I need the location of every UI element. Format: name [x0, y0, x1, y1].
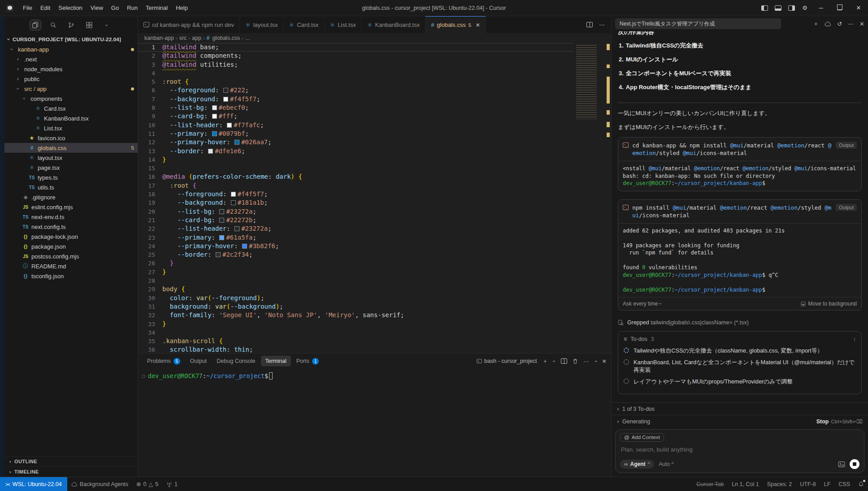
code-line-6[interactable]: 6 --foreground: #222; — [138, 86, 573, 95]
tree-item-src-app[interactable]: ›src / app — [4, 84, 138, 94]
code-line-32[interactable]: 32 font-family: 'Segoe UI', 'Noto Sans J… — [138, 311, 573, 319]
chat-close-icon[interactable]: ✕ — [859, 21, 864, 27]
code-line-11[interactable]: 11 --primary: #0079bf; — [138, 129, 573, 138]
cursor-tab-item[interactable]: Cursor Tab — [692, 477, 728, 491]
terminal-instance[interactable]: bash - cursor_project — [477, 358, 537, 364]
tree-item-node-modules[interactable]: ›node_modules — [4, 64, 138, 74]
output-badge[interactable]: Output — [836, 204, 857, 211]
menu-file[interactable]: File — [19, 2, 36, 14]
new-terminal-icon[interactable]: ＋ — [542, 357, 548, 365]
tree-item-next.config.ts[interactable]: TSnext.config.ts — [4, 222, 138, 232]
chat-more-icon[interactable]: ⋯ — [848, 21, 854, 27]
code-line-24[interactable]: 24 --primary-hover: #3b82f6; — [138, 242, 573, 250]
explorer-root[interactable]: › CURSOR_PROJECT [WSL: UBUNTU-22.04] — [4, 34, 138, 44]
code-line-7[interactable]: 7 --background: #f4f5f7; — [138, 95, 573, 103]
tree-item-readme.md[interactable]: ⓘREADME.md — [4, 261, 138, 271]
extensions-icon[interactable] — [83, 20, 95, 30]
tree-item-components[interactable]: ›components — [4, 94, 138, 103]
code-line-30[interactable]: 30 color: var(--foreground); — [138, 294, 573, 302]
code-line-4[interactable]: 4 — [138, 69, 573, 78]
menu-view[interactable]: View — [87, 2, 107, 14]
source-control-icon[interactable] — [65, 20, 77, 30]
tree-item-kanbanboard.tsx[interactable]: ⚛KanbanBoard.tsx — [4, 113, 138, 123]
code-line-35[interactable]: 35.kanban-scroll { — [138, 337, 573, 345]
chat-input-placeholder[interactable]: Plan, search, build anything — [621, 446, 859, 453]
code-line-18[interactable]: 18 --foreground: #f4f5f7; — [138, 190, 573, 198]
attach-image-icon[interactable] — [838, 461, 845, 467]
tab-cd-kanban-app-npm-run-dev[interactable]: ›_cd kanban-app && npm run dev — [138, 16, 240, 33]
search-icon[interactable] — [48, 20, 59, 30]
todo-item[interactable]: レイアウトやテーマもMUIのprops/ThemeProviderのみで調整 — [624, 378, 856, 385]
tree-item-globals.css[interactable]: #globals.css5 — [4, 143, 138, 153]
toggle-panel-icon[interactable] — [771, 2, 785, 14]
tree-item-package-lock.json[interactable]: {}package-lock.json — [4, 232, 138, 241]
tree-item-utils.ts[interactable]: TSutils.ts — [4, 182, 138, 192]
code-line-17[interactable]: 17 :root { — [138, 181, 573, 190]
language-item[interactable]: CSS — [834, 477, 854, 491]
timeline-section[interactable]: › TIMELINE — [4, 466, 138, 477]
remote-indicator[interactable]: >< WSL: Ubuntu-22.04 — [0, 477, 67, 491]
move-to-background-button[interactable]: Move to background — [801, 301, 857, 307]
tree-item-tsconfig.json[interactable]: {}tsconfig.json — [4, 271, 138, 281]
ask-every-time-dropdown[interactable]: Ask every time › — [623, 301, 662, 307]
tab-kanbanboard.tsx[interactable]: ⚛KanbanBoard.tsx — [362, 16, 425, 33]
chat-input-box[interactable]: @ Add Context Plan, search, build anythi… — [615, 429, 864, 473]
code-line-12[interactable]: 12 --primary-hover: #026aa7; — [138, 138, 573, 146]
menu-terminal[interactable]: Terminal — [142, 2, 172, 14]
menu-run[interactable]: Run — [123, 2, 142, 14]
todos-collapse-icon[interactable]: ↕ — [853, 336, 856, 342]
tree-item-kanban-app[interactable]: ›kanban-app — [4, 44, 138, 54]
toggle-sidebar-icon[interactable] — [758, 2, 771, 14]
tree-item-.next[interactable]: ›.next — [4, 54, 138, 64]
code-line-5[interactable]: 5:root { — [138, 78, 573, 86]
output-badge[interactable]: Output — [836, 142, 857, 149]
cloud-icon[interactable] — [825, 22, 831, 26]
more-actions-icon[interactable]: ⋯ — [599, 22, 605, 28]
code-line-26[interactable]: 26 } — [138, 259, 573, 267]
menu-selection[interactable]: Selection — [54, 2, 86, 14]
generating-row[interactable]: ›Generating StopCtrl+Shift+⌫ — [612, 415, 868, 427]
breadcrumb-item[interactable]: kanban-app — [144, 35, 174, 41]
terminal-dropdown-icon[interactable]: › — [551, 360, 558, 362]
code-line-16[interactable]: 16@media (prefers-color-scheme: dark) { — [138, 172, 573, 181]
grepped-row[interactable]: Grepped tailwind|globals\.css|className=… — [618, 319, 862, 326]
settings-gear-icon[interactable]: ⚙ — [798, 2, 812, 14]
breadcrumb-item[interactable]: globals.css — [213, 35, 240, 41]
code-line-3[interactable]: 3@tailwind utilities; — [138, 60, 573, 69]
code-line-1[interactable]: 1@tailwind base; — [138, 43, 573, 52]
panel-more-icon[interactable]: ⋯ — [583, 358, 589, 365]
tree-item-eslint.config.mjs[interactable]: JSeslint.config.mjs — [4, 202, 138, 212]
maximize-panel-icon[interactable]: › — [592, 360, 599, 362]
cursor-position-item[interactable]: Ln 1, Col 1 — [728, 477, 763, 491]
code-line-19[interactable]: 19 --background: #181a1b; — [138, 198, 573, 207]
code-line-34[interactable]: 34 — [138, 328, 573, 337]
code-line-15[interactable]: 15 — [138, 164, 573, 172]
problems-item[interactable]: ⊗0 △5 — [132, 477, 162, 491]
tab-list.tsx[interactable]: ⚛List.tsx — [325, 16, 362, 33]
background-agents-item[interactable]: Background Agents — [67, 477, 132, 491]
panel-tab-output[interactable]: Output — [186, 356, 212, 366]
code-line-23[interactable]: 23 --primary: #61a5fa; — [138, 233, 573, 242]
chat-messages[interactable]: 次の作業内容 1.Tailwind/独自CSSの完全撤去2.MUIのインストール… — [612, 31, 868, 402]
minimap[interactable] — [573, 43, 605, 119]
split-editor-icon[interactable] — [586, 22, 593, 27]
outline-section[interactable]: › OUTLINE — [4, 456, 138, 466]
code-line-36[interactable]: 36 scrollbar-width: thin; — [138, 345, 573, 353]
code-line-14[interactable]: 14} — [138, 155, 573, 164]
history-icon[interactable]: ↺ — [837, 21, 842, 27]
chevron-down-icon[interactable]: › — [101, 20, 113, 30]
code-line-29[interactable]: 29body { — [138, 285, 573, 293]
add-context-button[interactable]: @ Add Context — [620, 433, 664, 442]
menu-go[interactable]: Go — [107, 2, 123, 14]
code-line-21[interactable]: 21 --card-bg: #22272b; — [138, 216, 573, 224]
menu-help[interactable]: Help — [172, 2, 192, 14]
tree-item-card.tsx[interactable]: ⚛Card.tsx — [4, 103, 138, 113]
tree-item-package.json[interactable]: {}package.json — [4, 241, 138, 251]
minimize-button[interactable]: ─ — [812, 0, 830, 16]
code-line-2[interactable]: 2@tailwind components; — [138, 52, 573, 60]
panel-tab-terminal[interactable]: Terminal — [261, 356, 291, 366]
code-line-13[interactable]: 13 --border: #dfe1e6; — [138, 147, 573, 155]
code-line-25[interactable]: 25 --border: #2c2f34; — [138, 250, 573, 259]
close-button[interactable]: ✕ — [849, 0, 868, 16]
new-chat-icon[interactable]: ＋ — [813, 20, 819, 28]
